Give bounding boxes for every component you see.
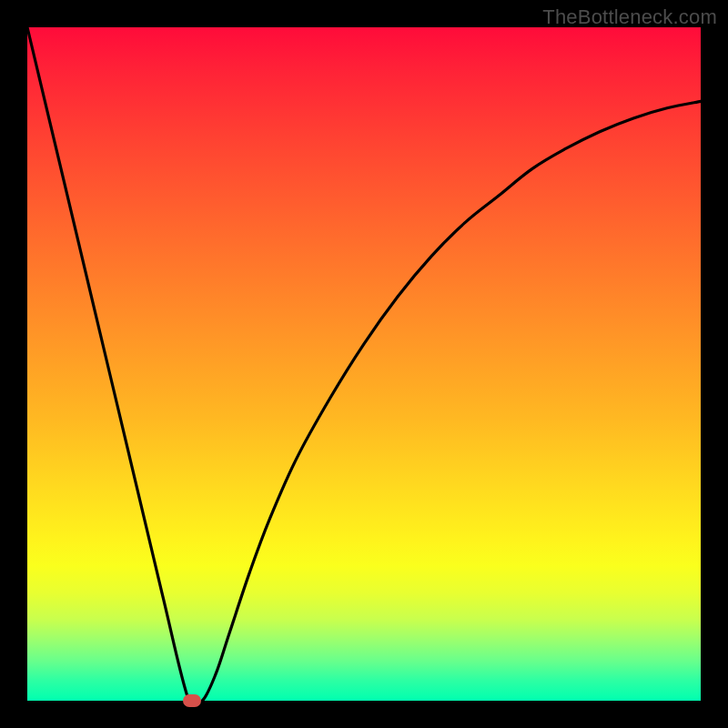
plot-area: [27, 27, 701, 701]
watermark-text: TheBottleneck.com: [542, 5, 717, 29]
minimum-marker: [183, 694, 201, 707]
chart-frame: TheBottleneck.com: [0, 0, 728, 728]
bottleneck-curve: [27, 27, 701, 711]
curve-layer: [27, 27, 701, 701]
